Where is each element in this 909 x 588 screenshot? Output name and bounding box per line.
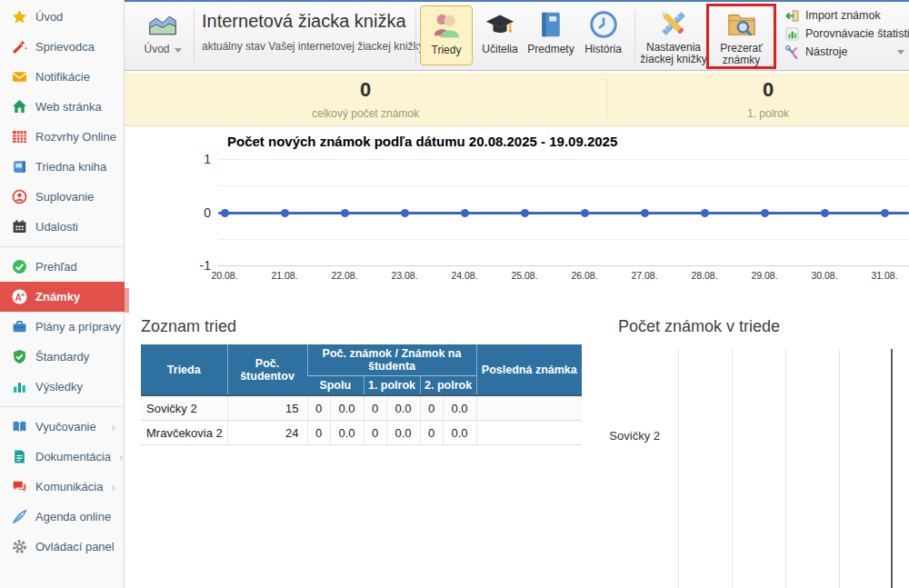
toolbar: Úvod Internetová žiacka knižka aktuálny … — [125, 0, 909, 71]
value-cell: 0.0 — [443, 421, 476, 445]
bar-chart-icon — [12, 379, 27, 394]
gridline — [218, 239, 909, 240]
value-cell — [476, 395, 582, 421]
clock-icon — [588, 5, 619, 44]
nav-uvod-label: Úvod — [144, 43, 169, 55]
grade-a-plus-icon: A+ — [12, 289, 27, 304]
value-cell: 15 — [227, 395, 307, 421]
stat-first-term: 0 1. polrok — [632, 78, 904, 120]
book-icon — [536, 5, 565, 44]
sidebar: Úvod Sprievodca Notifikácie Web stránka … — [0, 0, 125, 588]
class-grades-chart-title: Počet známok v triede — [618, 317, 780, 336]
caret-down-icon — [175, 48, 182, 53]
sidebar-item-suplovanie[interactable]: Suplovanie — [0, 182, 124, 212]
header-1-polrok[interactable]: 1. polrok — [364, 376, 420, 396]
calendar-icon — [12, 219, 27, 234]
import-znamok-label: Import známok — [805, 9, 881, 22]
x-tick-label: 20.08. — [197, 270, 252, 281]
data-point — [881, 209, 889, 217]
value-cell: 0.0 — [443, 395, 476, 421]
sidebar-item-label: Triedna kniha — [35, 160, 106, 174]
area-chart-icon — [148, 5, 177, 44]
nastroje-item[interactable]: Nástroje — [785, 44, 848, 60]
sidebar-item-label: Ovládací panel — [35, 540, 115, 553]
triedy-button[interactable]: Triedy — [420, 5, 473, 65]
triedy-label: Triedy — [432, 45, 462, 56]
sidebar-item-web-stranka[interactable]: Web stránka — [0, 92, 124, 122]
nav-uvod-button[interactable]: Úvod — [135, 5, 191, 65]
stat-value: 0 — [632, 78, 904, 102]
sidebar-item-notifikacie[interactable]: Notifikácie — [0, 62, 124, 92]
chart-line-series — [218, 212, 909, 214]
page-subtitle: aktuálny stav Vašej internetovej žiackej… — [202, 40, 425, 53]
value-cell: 0 — [420, 421, 443, 445]
data-point — [701, 209, 709, 217]
highlight-box: Prezerať známky — [706, 4, 776, 69]
data-point — [521, 209, 529, 217]
sidebar-item-prehlad[interactable]: Prehľad — [0, 252, 124, 282]
x-tick-label: 30.08. — [797, 270, 852, 281]
header-poc-studentov[interactable]: Poč. študentov — [227, 344, 307, 395]
porovnavacie-statistiky-label: Porovnávacie štatistiky — [805, 27, 909, 40]
sidebar-item-standardy[interactable]: Štandardy — [0, 342, 124, 372]
header-spolu[interactable]: Spolu — [307, 376, 364, 396]
toolbar-separator — [415, 9, 416, 64]
sidebar-item-dokumentacia[interactable]: Dokumentácia › — [0, 442, 124, 472]
sidebar-item-label: Známky — [35, 290, 80, 304]
stats-bar: 0 celkový počet známok 0 1. polrok — [125, 73, 909, 126]
import-znamok-item[interactable]: Import známok — [785, 7, 881, 24]
gridline — [218, 159, 909, 160]
notebook-icon — [12, 159, 27, 174]
prezerat-znamky-button[interactable]: Prezerať známky — [709, 6, 774, 66]
table-row[interactable]: Sovičky 21500.000.000.0 — [141, 395, 582, 421]
nastavenia-button[interactable]: Nastavenia žiackej knižky — [639, 5, 708, 65]
sidebar-item-label: Štandardy — [35, 350, 89, 364]
y-tick-label: 0 — [159, 205, 211, 220]
x-tick-label: 27.08. — [617, 270, 672, 281]
chat-bubbles-icon — [12, 479, 27, 494]
sidebar-item-label: Vyučovanie — [35, 420, 96, 434]
value-cell: 0.0 — [330, 421, 364, 445]
sidebar-item-rozvrhy-online[interactable]: Rozvrhy Online — [0, 122, 124, 152]
sidebar-item-uvod[interactable]: Úvod — [0, 2, 124, 32]
predmety-button[interactable]: Predmety — [525, 5, 576, 65]
vertical-gridline — [732, 349, 733, 588]
sidebar-item-ovladaci-panel[interactable]: Ovládací panel — [0, 532, 124, 562]
ucitelia-button[interactable]: Učitelia — [476, 5, 524, 65]
sidebar-item-label: Prehľad — [35, 260, 77, 274]
value-cell: 0.0 — [330, 395, 364, 421]
ucitelia-label: Učitelia — [482, 44, 517, 55]
x-tick-label: 23.08. — [377, 270, 432, 281]
sidebar-item-sprievodca[interactable]: Sprievodca — [0, 32, 124, 62]
stats-divider — [606, 78, 607, 118]
sidebar-item-label: Dokumentácia — [35, 450, 111, 463]
value-cell: 0 — [307, 421, 330, 445]
header-posledna-znamka[interactable]: Posledná známka — [476, 344, 582, 395]
sidebar-item-udalosti[interactable]: Udalosti — [0, 212, 124, 242]
sidebar-item-plany-a-pripravy[interactable]: Plány a prípravy — [0, 312, 124, 342]
nastavenia-label: Nastavenia žiackej knižky — [639, 42, 708, 65]
value-cell: 24 — [227, 421, 307, 445]
sidebar-item-vysledky[interactable]: Výsledky — [0, 372, 124, 402]
historia-button[interactable]: História — [578, 5, 628, 65]
sidebar-item-vyucovanie[interactable]: Vyučovanie › — [0, 412, 124, 442]
sidebar-item-znamky[interactable]: A+ Známky — [0, 282, 125, 312]
value-cell: 0 — [307, 395, 330, 421]
classes-table-header: Trieda Poč. študentov Poč. známok / Znám… — [141, 344, 582, 395]
sidebar-separator — [0, 246, 124, 247]
caret-down-icon[interactable] — [897, 50, 904, 55]
sidebar-item-komunikacia[interactable]: Komunikácia › — [0, 472, 124, 502]
stat-label: 1. polrok — [632, 107, 904, 120]
sidebar-item-agenda-online[interactable]: Agenda online — [0, 502, 124, 532]
stats-bars-icon — [785, 27, 799, 41]
page-title: Internetová žiacka knižka — [202, 11, 406, 32]
table-row[interactable]: Mravčekovia 22400.000.000.0 — [141, 421, 582, 445]
header-2-polrok[interactable]: 2. polrok — [420, 376, 476, 396]
category-label: Sovičky 2 — [609, 429, 669, 443]
line-chart-title: Počet nových známok podľa dátumu 20.08.2… — [227, 134, 617, 149]
porovnavacie-statistiky-item[interactable]: Porovnávacie štatistiky — [785, 25, 909, 42]
sidebar-item-label: Notifikácie — [35, 70, 90, 84]
ruler-pencil-icon — [658, 5, 689, 42]
header-trieda[interactable]: Trieda — [141, 344, 227, 395]
sidebar-item-triedna-kniha[interactable]: Triedna kniha — [0, 152, 124, 182]
